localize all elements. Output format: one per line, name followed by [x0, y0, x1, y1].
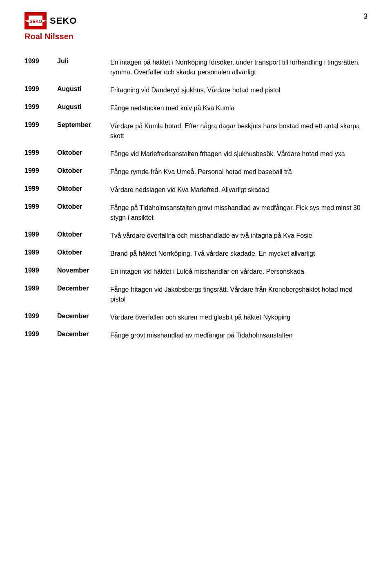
- table-row: 1999NovemberEn intagen vid häktet i Lule…: [24, 263, 368, 281]
- table-row: 1999OktoberBrand på häktet Norrköping. T…: [24, 245, 368, 263]
- table-row: 1999JuliEn intagen på häktet i Norrköpin…: [24, 54, 368, 81]
- event-text: Fånge fritagen vid Jakobsbergs tingsrätt…: [110, 281, 368, 308]
- event-month: Oktober: [57, 181, 110, 199]
- event-month: December: [57, 308, 110, 326]
- event-month: December: [57, 281, 110, 308]
- event-month: Juli: [57, 54, 110, 81]
- event-year: 1999: [24, 54, 57, 81]
- event-text: Fånge på Tidaholmsanstalten grovt missha…: [110, 199, 368, 227]
- event-year: 1999: [24, 145, 57, 163]
- event-year: 1999: [24, 245, 57, 263]
- event-month: Augusti: [57, 99, 110, 117]
- event-text: Två vårdare överfallna och misshandlade …: [110, 227, 368, 245]
- table-row: 1999AugustiFånge nedstucken med kniv på …: [24, 99, 368, 117]
- logo-box: SEKO SEKO: [24, 12, 77, 29]
- event-text: Fånge nedstucken med kniv på Kva Kumla: [110, 99, 368, 117]
- event-year: 1999: [24, 281, 57, 308]
- event-year: 1999: [24, 163, 57, 181]
- event-text: Fritagning vid Danderyd sjukhus. Vårdare…: [110, 81, 368, 99]
- page-header: SEKO SEKO Roal Nilssen 3: [24, 12, 368, 41]
- event-month: Oktober: [57, 227, 110, 245]
- logo-area: SEKO SEKO Roal Nilssen: [24, 12, 77, 41]
- event-text: En intagen vid häktet i Luleå misshandla…: [110, 263, 368, 281]
- event-year: 1999: [24, 263, 57, 281]
- event-year: 1999: [24, 308, 57, 326]
- event-month: Augusti: [57, 81, 110, 99]
- event-year: 1999: [24, 81, 57, 99]
- event-year: 1999: [24, 181, 57, 199]
- event-text: Fånge vid Mariefredsanstalten fritagen v…: [110, 145, 368, 163]
- table-row: 1999OktoberFånge på Tidaholmsanstalten g…: [24, 199, 368, 227]
- table-row: 1999DecemberFånge fritagen vid Jakobsber…: [24, 281, 368, 308]
- table-row: 1999OktoberVårdare nedslagen vid Kva Mar…: [24, 181, 368, 199]
- event-month: Oktober: [57, 145, 110, 163]
- event-month: September: [57, 117, 110, 145]
- event-year: 1999: [24, 99, 57, 117]
- table-row: 1999AugustiFritagning vid Danderyd sjukh…: [24, 81, 368, 99]
- event-month: Oktober: [57, 245, 110, 263]
- table-row: 1999OktoberTvå vårdare överfallna och mi…: [24, 227, 368, 245]
- author-name: Roal Nilssen: [24, 32, 74, 41]
- event-text: Vårdare överfallen och skuren med glasbi…: [110, 308, 368, 326]
- event-year: 1999: [24, 199, 57, 227]
- seko-logo-icon: SEKO: [24, 12, 47, 29]
- table-row: 1999SeptemberVårdare på Kumla hotad. Eft…: [24, 117, 368, 145]
- event-text: Vårdare nedslagen vid Kva Mariefred. All…: [110, 181, 368, 199]
- table-row: 1999OktoberFånge vid Mariefredsanstalten…: [24, 145, 368, 163]
- brand-name: SEKO: [50, 16, 77, 26]
- event-text: Brand på häktet Norrköping. Två vårdare …: [110, 245, 368, 263]
- svg-text:SEKO: SEKO: [29, 19, 42, 24]
- event-month: November: [57, 263, 110, 281]
- event-month: Oktober: [57, 199, 110, 227]
- page-number: 3: [363, 12, 368, 21]
- event-year: 1999: [24, 227, 57, 245]
- event-month: Oktober: [57, 163, 110, 181]
- event-text: En intagen på häktet i Norrköping försök…: [110, 54, 368, 81]
- event-year: 1999: [24, 326, 57, 344]
- table-row: 1999DecemberVårdare överfallen och skure…: [24, 308, 368, 326]
- table-row: 1999DecemberFånge grovt misshandlad av m…: [24, 326, 368, 344]
- event-text: Fånge grovt misshandlad av medfångar på …: [110, 326, 368, 344]
- event-text: Fånge rymde från Kva Umeå. Personal hota…: [110, 163, 368, 181]
- table-row: 1999OktoberFånge rymde från Kva Umeå. Pe…: [24, 163, 368, 181]
- events-table: 1999JuliEn intagen på häktet i Norrköpin…: [24, 54, 368, 344]
- event-text: Vårdare på Kumla hotad. Efter några daga…: [110, 117, 368, 145]
- event-year: 1999: [24, 117, 57, 145]
- event-month: December: [57, 326, 110, 344]
